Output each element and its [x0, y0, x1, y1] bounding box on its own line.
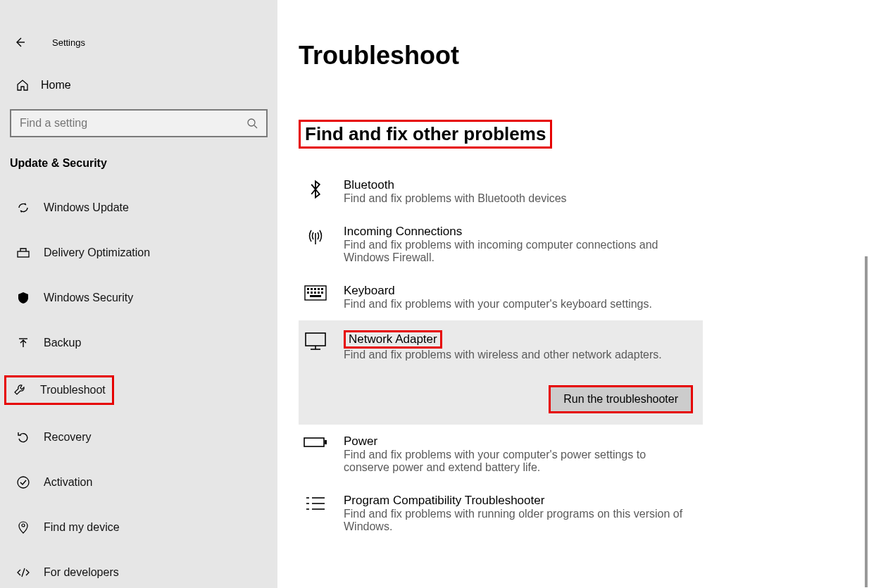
sidebar-item-troubleshoot[interactable]: Troubleshoot: [4, 375, 114, 405]
svg-rect-16: [318, 288, 320, 290]
sidebar-item-windows-security[interactable]: Windows Security: [10, 285, 268, 311]
svg-rect-23: [310, 295, 321, 297]
troubleshooter-desc: Find and fix problems with incoming comp…: [344, 239, 689, 264]
troubleshooter-bluetooth[interactable]: Bluetooth Find and fix problems with Blu…: [299, 168, 703, 215]
troubleshooter-program-compat[interactable]: Program Compatibility Troubleshooter Fin…: [299, 484, 703, 543]
troubleshooter-network-adapter[interactable]: Network Adapter Find and fix problems wi…: [299, 320, 703, 371]
run-troubleshooter-button[interactable]: Run the troubleshooter: [549, 385, 693, 413]
svg-rect-17: [321, 288, 323, 290]
troubleshooter-title: Incoming Connections: [344, 225, 689, 239]
svg-rect-2: [18, 251, 29, 257]
svg-point-0: [248, 119, 255, 126]
delivery-icon: [15, 246, 31, 260]
sidebar-item-label: Windows Security: [44, 292, 133, 304]
search-icon: [246, 118, 258, 129]
sidebar-item-label: For developers: [44, 566, 119, 579]
keyboard-icon: [301, 284, 330, 311]
sidebar-item-label: Backup: [44, 337, 81, 349]
svg-rect-20: [314, 292, 316, 294]
svg-rect-24: [306, 333, 325, 346]
sidebar-section-heading: Update & Security: [10, 154, 268, 170]
search-box[interactable]: [10, 109, 268, 137]
svg-rect-28: [325, 440, 327, 444]
search-input[interactable]: [20, 117, 246, 130]
troubleshooter-keyboard[interactable]: Keyboard Find and fix problems with your…: [299, 274, 703, 320]
battery-icon: [301, 434, 330, 474]
section-heading-find-fix: Find and fix other problems: [299, 120, 552, 149]
troubleshooter-desc: Find and fix problems with your computer…: [344, 298, 652, 311]
troubleshooter-title: Bluetooth: [344, 178, 567, 192]
recovery-icon: [15, 430, 31, 444]
sidebar-item-find-my-device[interactable]: Find my device: [10, 515, 268, 540]
scrollbar[interactable]: [865, 256, 868, 587]
sidebar-item-label: Activation: [44, 476, 92, 489]
svg-rect-15: [314, 288, 316, 290]
troubleshooter-incoming-connections[interactable]: Incoming Connections Find and fix proble…: [299, 215, 703, 274]
troubleshooter-title: Program Compatibility Troubleshooter: [344, 494, 689, 508]
svg-line-1: [254, 125, 257, 128]
svg-rect-27: [304, 438, 324, 446]
sidebar-item-label: Recovery: [44, 431, 92, 444]
sync-icon: [15, 201, 31, 215]
sidebar-item-for-developers[interactable]: For developers: [10, 560, 268, 585]
location-icon: [15, 520, 31, 534]
monitor-icon: [301, 330, 330, 361]
svg-point-4: [22, 524, 25, 527]
sidebar-item-recovery[interactable]: Recovery: [10, 425, 268, 450]
sidebar-item-label: Delivery Optimization: [44, 246, 150, 259]
svg-rect-13: [307, 288, 309, 290]
shield-icon: [15, 291, 31, 305]
antenna-icon: [301, 225, 330, 264]
troubleshooter-title: Network Adapter: [344, 330, 442, 349]
back-button[interactable]: [13, 35, 27, 49]
check-circle-icon: [15, 475, 31, 489]
sidebar-item-label: Windows Update: [44, 201, 129, 214]
sidebar-home-label: Home: [41, 79, 71, 92]
svg-rect-18: [307, 292, 309, 294]
troubleshooter-desc: Find and fix problems with Bluetooth dev…: [344, 192, 567, 205]
svg-rect-19: [311, 292, 313, 294]
backup-icon: [15, 336, 31, 350]
sidebar-item-label: Troubleshoot: [40, 384, 106, 396]
wrench-icon: [12, 383, 27, 397]
sidebar-item-backup[interactable]: Backup: [10, 330, 268, 356]
sidebar-home[interactable]: Home: [10, 74, 268, 96]
window-title: Settings: [52, 37, 85, 48]
troubleshooter-desc: Find and fix problems with your computer…: [344, 449, 689, 474]
developer-icon: [15, 565, 31, 580]
sidebar-item-delivery-optimization[interactable]: Delivery Optimization: [10, 240, 268, 265]
sidebar-item-windows-update[interactable]: Windows Update: [10, 195, 268, 220]
home-icon: [15, 78, 30, 92]
svg-rect-22: [321, 292, 323, 294]
bluetooth-icon: [301, 178, 330, 205]
svg-rect-21: [318, 292, 320, 294]
sidebar-item-activation[interactable]: Activation: [10, 470, 268, 495]
sidebar-item-label: Find my device: [44, 521, 120, 534]
svg-rect-14: [311, 288, 313, 290]
troubleshooter-power[interactable]: Power Find and fix problems with your co…: [299, 425, 703, 484]
list-icon: [301, 494, 330, 533]
troubleshooter-title: Keyboard: [344, 284, 652, 298]
troubleshooter-title: Power: [344, 434, 689, 449]
troubleshooter-desc: Find and fix problems with running older…: [344, 508, 689, 533]
svg-point-3: [18, 477, 29, 488]
troubleshooter-desc: Find and fix problems with wireless and …: [344, 349, 662, 361]
page-title: Troubleshoot: [277, 0, 869, 83]
